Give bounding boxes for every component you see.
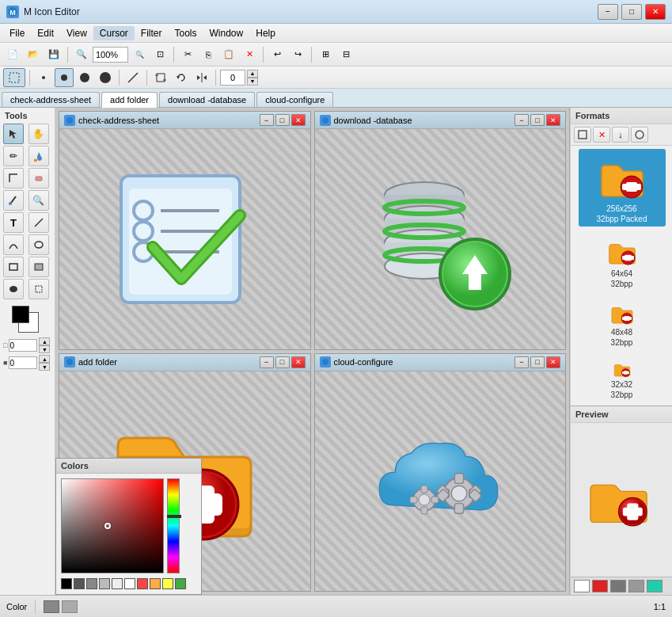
icon-win-max-download[interactable]: □ [530,114,545,126]
menu-filter[interactable]: Filter [135,26,169,40]
icon-win-min-folder[interactable]: − [260,356,274,368]
icon-canvas-download[interactable] [315,129,566,349]
prev-color-teal[interactable] [647,580,663,592]
menu-edit[interactable]: Edit [31,26,60,40]
tool-filled-rect[interactable] [28,257,49,277]
icon-win-close-folder[interactable]: ✕ [291,356,306,368]
size-up[interactable]: ▲ [39,355,50,363]
maximize-button[interactable]: □ [621,4,642,20]
menu-help[interactable]: Help [249,26,282,40]
opacity-input[interactable] [9,339,37,352]
copy-button[interactable]: ⎘ [199,45,218,64]
zoom-fit-button[interactable]: ⊡ [150,45,169,64]
menu-cursor[interactable]: Cursor [93,26,135,40]
tool-filled-ellipse[interactable] [3,279,24,299]
grid2-button[interactable]: ⊟ [336,45,355,64]
prev-color-white[interactable] [574,580,590,592]
icon-win-min-check[interactable]: − [260,114,274,126]
icon-canvas-cloud[interactable] [315,371,566,592]
tab-add-folder[interactable]: add folder [101,92,158,108]
delete-button[interactable]: ✕ [240,45,259,64]
brush-size-2[interactable] [55,68,74,87]
icon-win-close-download[interactable]: ✕ [546,114,560,126]
tool-select-btn[interactable] [3,68,25,87]
tool-select[interactable] [3,124,24,144]
icon-win-max-folder[interactable]: □ [275,356,290,368]
tab-check-address-sheet[interactable]: check-address-sheet [2,92,100,107]
format-item-48[interactable]: 48x48 32bpp [579,298,666,350]
menu-tools[interactable]: Tools [169,26,203,40]
color-hue-strip[interactable] [167,478,180,573]
icon-canvas-check[interactable] [59,129,310,349]
icon-win-max-cloud[interactable]: □ [530,356,545,368]
tool-eraser[interactable] [28,168,49,189]
color-swatch-light[interactable] [99,578,110,589]
rotate-tool[interactable] [172,68,191,87]
cut-button[interactable]: ✂ [178,45,197,64]
color-swatch-lighter[interactable] [112,578,123,589]
tool-ellipse[interactable] [28,234,49,255]
color-swatch-black[interactable] [61,578,72,589]
new-button[interactable]: 📄 [3,45,22,64]
color-swatch-yellow[interactable] [162,578,173,589]
zoom-out-button[interactable]: 🔍 [72,45,91,64]
zoom-input[interactable] [93,47,128,63]
color-swatch-orange[interactable] [150,578,161,589]
format-item-64[interactable]: 64x64 32bpp [579,233,666,291]
flip-tool[interactable] [192,68,211,87]
tool-curve[interactable] [3,234,24,255]
color-swatch-white[interactable] [124,578,135,589]
tool-crop2[interactable] [28,279,49,299]
format-item-256[interactable]: 256x256 32bpp Packed [579,149,666,227]
brush-size-4[interactable] [96,68,115,87]
close-button[interactable]: ✕ [645,4,666,20]
zoom-in-button[interactable]: 🔍 [130,45,149,64]
num-up-btn[interactable]: ▲ [247,70,258,78]
color-swatch-red[interactable] [137,578,148,589]
tool-hand[interactable]: ✋ [28,124,49,144]
crop-tool[interactable] [151,68,170,87]
menu-window[interactable]: Window [203,26,250,40]
prev-color-gray1[interactable] [610,580,626,592]
undo-button[interactable]: ↩ [268,45,287,64]
prev-color-gray2[interactable] [628,580,644,592]
tab-cloud-configure[interactable]: cloud-configure [256,92,333,107]
redo-button[interactable]: ↪ [288,45,307,64]
icon-win-max-check[interactable]: □ [275,114,290,126]
menu-view[interactable]: View [60,26,93,40]
fmt-delete-btn[interactable]: ✕ [593,127,610,143]
size-down[interactable]: ▼ [39,363,50,371]
minimize-button[interactable]: − [598,4,618,20]
color-gradient-picker[interactable] [61,478,164,573]
tool-eyedropper[interactable] [3,190,24,211]
size-input[interactable] [9,356,37,369]
fmt-down-btn[interactable]: ↓ [612,127,629,143]
num-input[interactable] [220,70,245,86]
opacity-up[interactable]: ▲ [39,337,50,345]
tool-select2[interactable] [3,168,24,189]
icon-win-min-cloud[interactable]: − [514,356,529,368]
tool-pencil[interactable]: ✏ [3,146,24,166]
opacity-down[interactable]: ▼ [39,345,50,353]
color-swatch-green[interactable] [175,578,186,589]
tool-line[interactable] [28,212,49,233]
fg-color-swatch[interactable] [12,306,29,323]
fmt-new-btn[interactable] [574,127,591,143]
color-swatch-mid[interactable] [86,578,97,589]
format-item-32[interactable]: 32x32 32bpp [579,356,666,402]
fmt-settings-btn[interactable] [631,127,648,143]
save-button[interactable]: 💾 [44,45,63,64]
menu-file[interactable]: File [3,26,31,40]
grid-button[interactable]: ⊞ [316,45,335,64]
open-button[interactable]: 📂 [24,45,43,64]
tab-download-database[interactable]: download -database [159,92,255,107]
paste-button[interactable]: 📋 [219,45,238,64]
color-swatch-dark[interactable] [74,578,85,589]
icon-win-close-check[interactable]: ✕ [291,114,306,126]
tool-text[interactable]: T [3,212,24,233]
num-down-btn[interactable]: ▼ [247,78,258,86]
prev-color-red[interactable] [592,580,608,592]
tool-fill[interactable] [28,146,49,166]
brush-size-1[interactable] [34,68,53,87]
icon-win-min-download[interactable]: − [514,114,529,126]
